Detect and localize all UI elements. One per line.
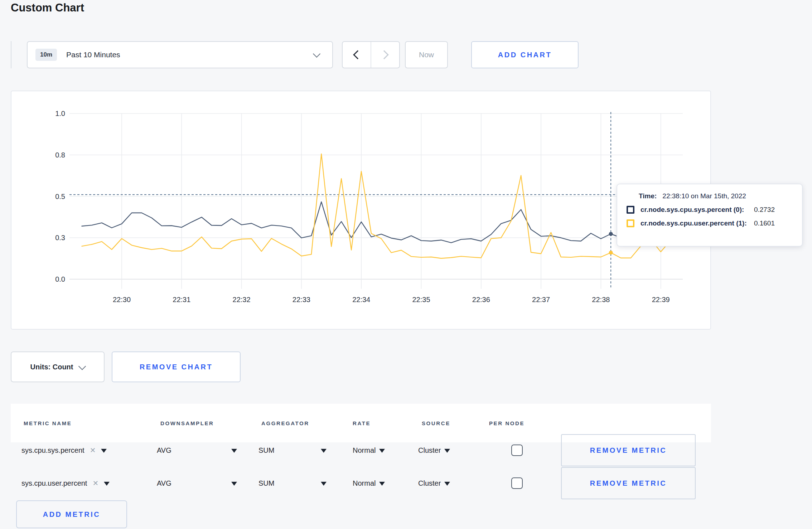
add-chart-button[interactable]: ADD CHART	[471, 41, 579, 68]
chart-card: 0.00.30.50.81.022:3022:3122:3222:3322:34…	[11, 91, 711, 330]
remove-metric-button[interactable]: REMOVE METRIC	[561, 467, 696, 499]
downsampler-select[interactable]: AVG	[157, 434, 237, 467]
chevron-down-icon	[78, 362, 86, 370]
y-axis-tick-label: 0.0	[55, 275, 65, 283]
x-axis-tick-label: 22:38	[592, 296, 610, 304]
chevron-down-icon	[313, 50, 320, 57]
caret-down-icon	[321, 449, 327, 453]
aggregator-value: SUM	[258, 479, 274, 487]
time-next-button[interactable]	[371, 42, 399, 68]
aggregator-select[interactable]: SUM	[258, 467, 327, 500]
x-axis-tick-label: 22:31	[173, 296, 190, 304]
chart-plot-area[interactable]: 0.00.30.50.81.022:3022:3122:3222:3322:34…	[11, 91, 710, 329]
hover-point-dot	[609, 232, 613, 236]
aggregator-select[interactable]: SUM	[258, 434, 327, 467]
series-line	[82, 202, 671, 243]
tooltip-series-value: 0.1601	[754, 219, 793, 227]
remove-chart-button[interactable]: REMOVE CHART	[112, 351, 241, 382]
downsampler-select[interactable]: AVG	[157, 467, 237, 500]
aggregator-value: SUM	[258, 446, 274, 455]
series-line	[82, 154, 671, 258]
units-label: Units: Count	[30, 363, 73, 371]
caret-down-icon	[444, 449, 450, 453]
x-axis-tick-label: 22:35	[412, 296, 430, 304]
user-series-swatch-icon	[627, 219, 634, 227]
per-node-cell	[511, 434, 523, 467]
x-axis-tick-label: 22:34	[352, 296, 370, 304]
rate-select[interactable]: Normal	[353, 467, 385, 500]
rate-select[interactable]: Normal	[353, 434, 385, 467]
remove-metric-cell: REMOVE METRIC	[561, 467, 696, 500]
toolbar-divider	[11, 41, 11, 68]
per-node-checkbox[interactable]	[511, 477, 523, 489]
per-node-cell	[511, 467, 523, 500]
caret-down-icon	[104, 482, 110, 486]
caret-down-icon	[321, 482, 327, 486]
remove-metric-button[interactable]: REMOVE METRIC	[561, 434, 696, 466]
tooltip-series-name: cr.node.sys.cpu.sys.percent (0):	[641, 206, 744, 214]
time-window-badge: 10m	[35, 49, 57, 61]
x-axis-tick-label: 22:37	[532, 296, 550, 304]
tooltip-time-label: Time:	[639, 192, 657, 200]
now-button[interactable]: Now	[405, 41, 448, 68]
sys-series-swatch-icon	[627, 206, 634, 214]
x-axis-tick-label: 22:36	[472, 296, 490, 304]
per-node-checkbox[interactable]	[511, 445, 523, 456]
source-value: Cluster	[418, 479, 441, 487]
table-row: sys.cpu.sys.percent ✕ AVG SUM Normal Clu…	[11, 434, 711, 467]
tooltip-series-value: 0.2732	[754, 206, 793, 214]
table-row: sys.cpu.user.percent ✕ AVG SUM Normal Cl…	[11, 467, 711, 500]
y-axis-tick-label: 0.3	[55, 234, 65, 242]
time-window-label: Past 10 Minutes	[66, 50, 120, 59]
hover-point-dot	[609, 251, 613, 254]
metric-name-select[interactable]: sys.cpu.user.percent ✕	[21, 467, 110, 500]
caret-down-icon	[444, 482, 450, 486]
source-value: Cluster	[418, 446, 441, 455]
caret-down-icon	[379, 449, 385, 453]
chart-tooltip: Time:22:38:10 on Mar 15th, 2022 cr.node.…	[617, 184, 803, 247]
custom-chart-page: Custom Chart 10m Past 10 Minutes Now ADD…	[0, 0, 812, 529]
tooltip-series-name: cr.node.sys.cpu.user.percent (1):	[641, 219, 747, 227]
x-axis-tick-label: 22:32	[233, 296, 251, 304]
downsampler-value: AVG	[157, 446, 171, 455]
tooltip-series-row: cr.node.sys.cpu.sys.percent (0): 0.2732	[627, 206, 793, 214]
source-select[interactable]: Cluster	[418, 467, 450, 500]
page-title: Custom Chart	[11, 1, 84, 14]
time-nav-group	[342, 41, 400, 68]
clear-metric-icon[interactable]: ✕	[92, 479, 98, 487]
clear-metric-icon[interactable]: ✕	[90, 446, 96, 455]
downsampler-value: AVG	[157, 479, 171, 487]
time-range-select[interactable]: 10m Past 10 Minutes	[27, 41, 333, 68]
x-axis-tick-label: 22:30	[113, 296, 131, 304]
time-prev-button[interactable]	[343, 42, 371, 68]
caret-down-icon	[231, 449, 237, 453]
tooltip-time-row: Time:22:38:10 on Mar 15th, 2022	[639, 192, 802, 200]
y-axis-tick-label: 1.0	[55, 110, 65, 117]
x-axis-tick-label: 22:33	[293, 296, 310, 304]
tooltip-time-value: 22:38:10 on Mar 15th, 2022	[662, 192, 746, 200]
source-select[interactable]: Cluster	[418, 434, 450, 467]
remove-metric-cell: REMOVE METRIC	[561, 434, 696, 467]
metric-name-value: sys.cpu.user.percent	[21, 479, 87, 487]
metric-name-value: sys.cpu.sys.percent	[21, 446, 84, 455]
metric-name-select[interactable]: sys.cpu.sys.percent ✕	[21, 434, 107, 467]
rate-value: Normal	[353, 446, 376, 455]
y-axis-tick-label: 0.5	[55, 193, 65, 200]
tooltip-series-row: cr.node.sys.cpu.user.percent (1): 0.1601	[627, 219, 793, 227]
units-select[interactable]: Units: Count	[11, 351, 105, 382]
caret-down-icon	[231, 482, 237, 486]
y-axis-tick-label: 0.8	[55, 151, 65, 159]
chevron-right-icon	[380, 50, 388, 59]
x-axis-tick-label: 22:39	[652, 296, 670, 304]
caret-down-icon	[379, 482, 385, 486]
caret-down-icon	[101, 449, 107, 453]
chevron-left-icon	[353, 50, 362, 59]
rate-value: Normal	[353, 479, 376, 487]
add-metric-button[interactable]: ADD METRIC	[16, 500, 127, 528]
